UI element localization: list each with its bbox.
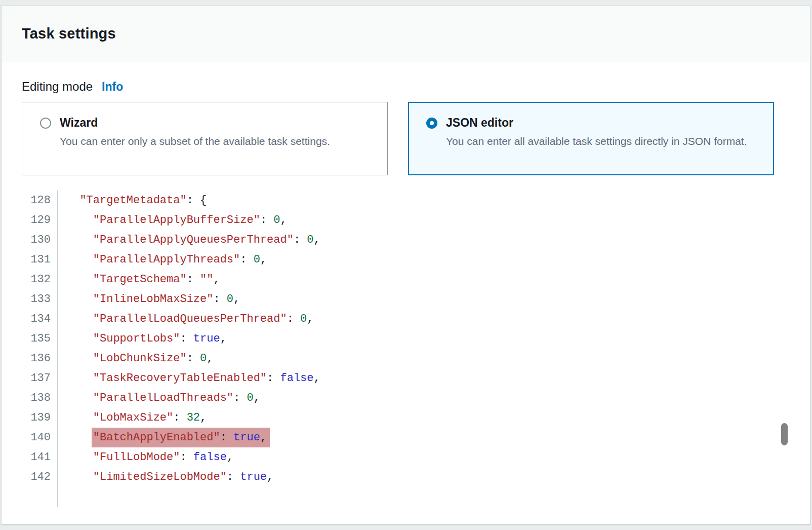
code-text: "InlineLobMaxSize": 0, [58, 289, 240, 309]
json-editor-lines: 128 "TargetMetadata": {129 "ParallelAppl… [22, 191, 790, 507]
scrollbar-thumb[interactable] [781, 423, 788, 445]
task-settings-panel: Task settings Editing mode Info Wizard Y… [1, 5, 810, 524]
code-text: "LobChunkSize": 0, [58, 349, 213, 368]
code-line[interactable]: 135 "SupportLobs": true, [22, 329, 790, 349]
line-number: 136 [22, 349, 58, 368]
line-number: 132 [22, 270, 58, 289]
wizard-option-title: Wizard [60, 116, 98, 130]
highlighted-code-segment: "BatchApplyEnabled": true, [92, 428, 270, 447]
code-text: "LimitedSizeLobMode": true, [58, 467, 273, 487]
panel-header: Task settings [2, 6, 810, 62]
code-text: "ParallelLoadThreads": 0, [58, 388, 260, 408]
json-editor-option-title: JSON editor [446, 116, 513, 130]
code-line[interactable]: 131 "ParallelApplyThreads": 0, [22, 250, 790, 270]
page-title: Task settings [22, 25, 116, 42]
line-number: 141 [22, 447, 58, 467]
code-line[interactable] [22, 487, 790, 507]
line-number: 138 [22, 388, 58, 408]
code-text: "FullLobMode": false, [58, 447, 233, 467]
code-text: "ParallelApplyQueuesPerThread": 0, [58, 230, 320, 250]
code-line[interactable]: 138 "ParallelLoadThreads": 0, [22, 388, 790, 408]
code-line[interactable]: 130 "ParallelApplyQueuesPerThread": 0, [22, 230, 790, 250]
line-number [22, 487, 58, 507]
code-line[interactable]: 134 "ParallelLoadQueuesPerThread": 0, [22, 309, 790, 329]
code-text: "ParallelApplyThreads": 0, [58, 250, 267, 270]
line-number: 133 [22, 289, 58, 309]
json-editor-option-description: You can enter all available task setting… [446, 133, 750, 149]
code-line[interactable]: 133 "InlineLobMaxSize": 0, [22, 289, 790, 309]
code-line[interactable]: 142 "LimitedSizeLobMode": true, [22, 467, 790, 487]
code-text [58, 487, 66, 507]
line-number: 129 [22, 210, 58, 230]
code-text: "TaskRecoveryTableEnabled": false, [58, 368, 320, 388]
code-line[interactable]: 139 "LobMaxSize": 32, [22, 408, 790, 428]
wizard-option-description: You can enter only a subset of the avail… [60, 133, 363, 149]
code-text: "ParallelApplyBufferSize": 0, [58, 210, 287, 230]
json-editor-option-card[interactable]: JSON editor You can enter all available … [408, 102, 774, 175]
code-text: "BatchApplyEnabled": true, [58, 428, 267, 447]
line-number: 128 [22, 191, 58, 210]
code-text: "TargetMetadata": { [58, 191, 207, 210]
code-text: "ParallelLoadQueuesPerThread": 0, [58, 309, 314, 329]
editing-mode-label: Editing mode [22, 80, 93, 94]
code-line[interactable]: 137 "TaskRecoveryTableEnabled": false, [22, 368, 790, 388]
json-code-editor[interactable]: 128 "TargetMetadata": {129 "ParallelAppl… [22, 191, 790, 507]
wizard-option-card[interactable]: Wizard You can enter only a subset of th… [22, 102, 388, 175]
line-number: 140 [22, 428, 58, 447]
line-number: 139 [22, 408, 58, 428]
editing-mode-row: Editing mode Info [22, 80, 790, 94]
json-editor-radio-icon[interactable] [426, 118, 437, 129]
editing-mode-cards: Wizard You can enter only a subset of th… [22, 102, 790, 175]
code-line[interactable]: 140 "BatchApplyEnabled": true, [22, 428, 790, 447]
line-number: 130 [22, 230, 58, 250]
info-link[interactable]: Info [102, 80, 123, 94]
line-number: 142 [22, 467, 58, 487]
code-line[interactable]: 128 "TargetMetadata": { [22, 191, 790, 210]
code-line[interactable]: 132 "TargetSchema": "", [22, 270, 790, 289]
code-text: "SupportLobs": true, [58, 329, 227, 349]
code-text: "LobMaxSize": 32, [58, 408, 207, 428]
line-number: 135 [22, 329, 58, 349]
line-number: 137 [22, 368, 58, 388]
line-number: 134 [22, 309, 58, 329]
line-number: 131 [22, 250, 58, 270]
code-line[interactable]: 136 "LobChunkSize": 0, [22, 349, 790, 368]
code-line[interactable]: 141 "FullLobMode": false, [22, 447, 790, 467]
code-line[interactable]: 129 "ParallelApplyBufferSize": 0, [22, 210, 790, 230]
code-text: "TargetSchema": "", [58, 270, 220, 289]
wizard-radio-icon[interactable] [40, 118, 51, 129]
